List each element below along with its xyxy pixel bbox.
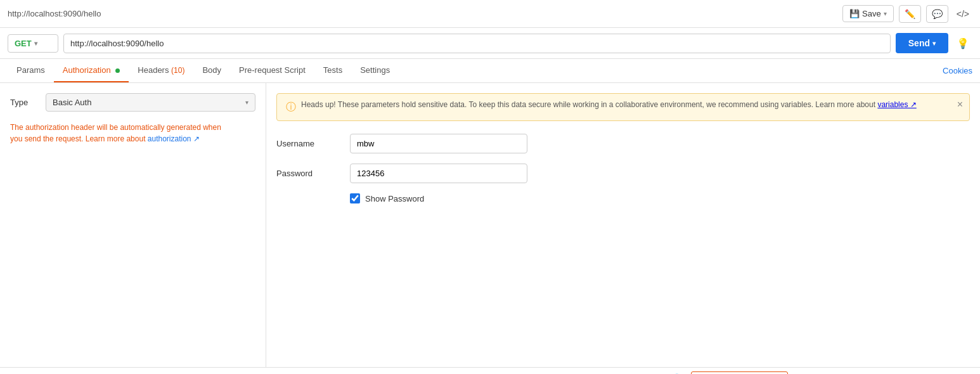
cookies-link[interactable]: Cookies [943, 60, 972, 82]
type-label: Type [10, 98, 35, 107]
method-select[interactable]: GET ▾ [8, 34, 58, 53]
comment-icon: 💬 [932, 9, 943, 19]
bottom-tab-test-results[interactable]: Test Results [160, 368, 221, 374]
tab-settings[interactable]: Settings [351, 59, 399, 82]
tab-authorization[interactable]: Authorization [54, 59, 129, 82]
bottom-tab-cookies[interactable]: Cookies (2) [42, 368, 98, 374]
tab-params[interactable]: Params [8, 59, 54, 82]
password-input[interactable] [350, 164, 527, 183]
alert-banner: ⓘ Heads up! These parameters hold sensit… [276, 93, 970, 121]
url-input[interactable] [63, 34, 891, 53]
authorization-dot [115, 68, 120, 73]
password-label: Password [276, 169, 340, 178]
send-chevron-icon: ▾ [932, 40, 936, 47]
type-value: Basic Auth [53, 98, 91, 107]
auth-left-panel: Type Basic Auth ▾ The authorization head… [0, 83, 266, 367]
request-tabs: Params Authorization Headers (10) Body P… [0, 59, 980, 83]
main-content: Type Basic Auth ▾ The authorization head… [0, 83, 980, 368]
save-label: Save [862, 9, 881, 18]
edit-icon: ✏️ [905, 9, 915, 19]
save-chevron-icon: ▾ [884, 10, 887, 17]
password-row: Password [276, 164, 970, 183]
lightbulb-icon: 💡 [957, 38, 969, 49]
auth-right-panel: ⓘ Heads up! These parameters hold sensit… [266, 83, 980, 367]
bottom-tab-headers[interactable]: Headers (12) [98, 368, 160, 374]
bottom-tab-body[interactable]: Body [8, 368, 42, 374]
username-label: Username [276, 139, 340, 148]
request-bar: GET ▾ Send ▾ 💡 [0, 28, 980, 59]
status-badge: Status: 401 Unauthorized [691, 371, 788, 375]
edit-button[interactable]: ✏️ [899, 5, 921, 23]
bottom-section: Body Cookies (2) Headers (12) Test Resul… [0, 368, 980, 374]
alert-icon: ⓘ [286, 101, 296, 114]
show-password-label: Show Password [365, 194, 424, 203]
top-bar-url: http://localhost:9090/hello [8, 9, 101, 18]
show-password-row: Show Password [350, 193, 970, 203]
save-icon: 💾 [849, 9, 860, 18]
type-select[interactable]: Basic Auth ▾ [46, 93, 255, 112]
code-icon: </> [957, 9, 969, 19]
auth-description: The authorization header will be automat… [10, 122, 255, 145]
send-label: Send [908, 38, 930, 48]
status-area: 🌐 Status: 401 Unauthorized Time: 145 ms … [671, 371, 972, 375]
type-row: Type Basic Auth ▾ [10, 93, 255, 112]
tab-headers[interactable]: Headers (10) [129, 59, 193, 82]
top-bar: http://localhost:9090/hello 💾 Save ▾ ✏️ … [0, 0, 980, 28]
comment-button[interactable]: 💬 [926, 5, 948, 23]
tab-prerequest[interactable]: Pre-request Script [230, 59, 314, 82]
tab-tests[interactable]: Tests [314, 59, 351, 82]
alert-close-button[interactable]: × [957, 99, 963, 110]
method-chevron-icon: ▾ [34, 40, 37, 47]
top-bar-actions: 💾 Save ▾ ✏️ 💬 </> [842, 5, 972, 23]
username-row: Username [276, 134, 970, 153]
variables-learn-link[interactable]: variables ↗ [877, 100, 916, 109]
method-value: GET [15, 39, 32, 48]
type-chevron-icon: ▾ [245, 99, 248, 106]
send-button[interactable]: Send ▾ [896, 33, 948, 53]
tab-body[interactable]: Body [193, 59, 230, 82]
lightbulb-button[interactable]: 💡 [953, 34, 972, 53]
username-input[interactable] [350, 134, 527, 153]
show-password-checkbox[interactable] [350, 193, 360, 203]
code-button[interactable]: </> [953, 6, 972, 22]
authorization-learn-link[interactable]: authorization ↗ [148, 134, 200, 143]
alert-text: Heads up! These parameters hold sensitiv… [301, 100, 917, 109]
save-button[interactable]: 💾 Save ▾ [842, 5, 894, 22]
bottom-tabs-bar: Body Cookies (2) Headers (12) Test Resul… [0, 368, 980, 374]
